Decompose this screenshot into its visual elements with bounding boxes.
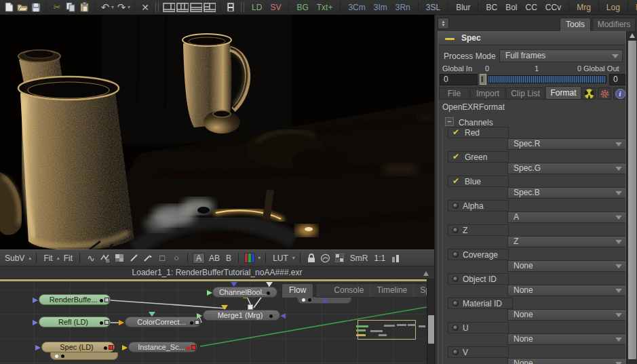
- new-file-icon[interactable]: [3, 1, 15, 14]
- channel-checkbox-materialid[interactable]: Material ID: [448, 298, 513, 309]
- node-output-icon[interactable]: [195, 320, 199, 325]
- node-channelbool[interactable]: ChannelBool...: [212, 287, 277, 298]
- tool-header[interactable]: Spec: [438, 32, 625, 45]
- undo-icon[interactable]: ↶: [99, 1, 111, 14]
- roi-fan-icon[interactable]: [320, 252, 332, 264]
- node-bg-input-icon[interactable]: [197, 313, 202, 319]
- node-input-icon[interactable]: [122, 345, 128, 350]
- global-in-input[interactable]: 0: [440, 74, 478, 85]
- process-mode-select[interactable]: Full frames: [499, 49, 623, 62]
- channel-select-v[interactable]: None: [507, 358, 626, 364]
- node-input-icon[interactable]: [207, 290, 212, 296]
- tool-button-blur[interactable]: Blur: [452, 3, 474, 12]
- node-effect-mask-icon[interactable]: [248, 304, 253, 310]
- channel-checkbox-u[interactable]: U: [448, 322, 509, 333]
- global-out-input[interactable]: 0: [609, 74, 625, 85]
- channel-select-materialid[interactable]: None: [507, 309, 626, 321]
- tool-button-3rn[interactable]: 3Rn: [392, 3, 414, 12]
- channel-select-green[interactable]: Spec.G: [507, 163, 626, 174]
- tool-button-ld[interactable]: LD: [248, 3, 265, 12]
- panel-scrollbar-thumb[interactable]: [628, 41, 636, 359]
- checker-underlay-icon[interactable]: [334, 252, 346, 264]
- channel-checkbox-alpha[interactable]: Alpha: [448, 200, 509, 211]
- flow-navigator[interactable]: [358, 320, 416, 340]
- node-partial[interactable]: [297, 297, 351, 304]
- collapse-minus-icon[interactable]: −: [445, 117, 454, 126]
- tool-button-txt[interactable]: Txt+: [313, 3, 336, 12]
- channel-select-blue[interactable]: Spec.B: [507, 187, 626, 199]
- tab-modifiers[interactable]: Modifiers: [592, 18, 636, 31]
- bin-icon[interactable]: [225, 1, 237, 14]
- channel-select-objectid[interactable]: None: [507, 285, 626, 296]
- node-input-icon[interactable]: [33, 320, 38, 325]
- buffer-ab-button[interactable]: AB: [207, 254, 222, 263]
- tab-spline[interactable]: Spline: [414, 284, 427, 297]
- node-fg-input-icon[interactable]: [221, 305, 228, 310]
- tab-format[interactable]: Format: [545, 86, 581, 100]
- save-icon[interactable]: [30, 1, 42, 14]
- channel-select-red[interactable]: Spec.R: [507, 138, 626, 150]
- redo-dropdown-icon[interactable]: ▾: [128, 4, 130, 10]
- one-to-one-button[interactable]: 1:1: [372, 254, 388, 263]
- node-output-icon[interactable]: [104, 320, 109, 325]
- subview-arrow-icon[interactable]: ▴: [28, 255, 31, 261]
- tool-button-bg[interactable]: BG: [293, 3, 311, 12]
- redo-icon[interactable]: ↷: [115, 1, 128, 14]
- tab-import[interactable]: Import: [470, 87, 505, 100]
- channel-checkbox-v[interactable]: V: [448, 346, 509, 358]
- range-slider-track[interactable]: [488, 75, 606, 83]
- delete-icon[interactable]: ✕: [139, 1, 151, 14]
- tool-button-3cm[interactable]: 3Cm: [345, 3, 368, 12]
- tab-cliplist[interactable]: Clip List: [506, 87, 545, 100]
- paste-icon[interactable]: [78, 1, 90, 14]
- node-mask-input-icon[interactable]: [280, 313, 286, 319]
- tool-button-bmp[interactable]: Bmp: [632, 3, 637, 12]
- tool-button-3im[interactable]: 3Im: [370, 3, 391, 12]
- tab-timeline[interactable]: Timeline: [370, 284, 414, 297]
- panel-spinner[interactable]: ▲▼: [438, 18, 449, 29]
- tool-button-sv[interactable]: SV: [267, 3, 284, 12]
- node-input-icon[interactable]: [33, 298, 38, 303]
- fit-button-2[interactable]: Fit: [62, 254, 75, 263]
- rectangle-tool-icon[interactable]: □: [156, 252, 168, 264]
- channel-checkbox-coverage[interactable]: Coverage: [448, 249, 509, 260]
- node-spec[interactable]: Spec (LD): [41, 342, 115, 352]
- lut-dropdown-icon[interactable]: ▾: [292, 255, 295, 261]
- node-refl[interactable]: Refl (LD): [39, 317, 111, 327]
- flow-editor[interactable]: ChannelBool... RenderBuffe... Refl (LD) …: [0, 279, 427, 364]
- tab-console[interactable]: Console: [316, 284, 370, 297]
- channel-checkbox-objectid[interactable]: Object ID: [448, 273, 509, 285]
- fit-button[interactable]: Fit: [41, 254, 54, 263]
- copy-icon[interactable]: [64, 1, 77, 14]
- node-render-flag-icon[interactable]: [191, 345, 196, 350]
- node-instance[interactable]: Instance_Sc...: [128, 342, 197, 352]
- spline-view-icon[interactable]: ∿: [85, 252, 97, 264]
- node-colorcorrect[interactable]: ColorCorrect...: [125, 317, 201, 327]
- channel-checkbox-red[interactable]: Red: [448, 127, 509, 138]
- undo-dropdown-icon[interactable]: ▾: [111, 4, 114, 10]
- channel-select-coverage[interactable]: None: [507, 260, 626, 272]
- radioactive-icon[interactable]: [582, 87, 596, 100]
- panel-scrollbar[interactable]: [626, 31, 637, 364]
- buffer-b-button[interactable]: B: [224, 254, 233, 263]
- layout-1-icon[interactable]: [163, 1, 175, 14]
- lock-icon[interactable]: [305, 252, 317, 264]
- channel-select-z[interactable]: Z: [507, 236, 626, 247]
- channel-checkbox-z[interactable]: Z: [448, 224, 509, 236]
- tool-button-3sl[interactable]: 3SL: [423, 3, 444, 12]
- tool-button-ccv[interactable]: CCv: [542, 3, 564, 12]
- node-mask-input-icon[interactable]: [149, 312, 155, 317]
- node-merge1[interactable]: Merge1 (Mrg): [203, 310, 280, 321]
- tool-button-bol[interactable]: Bol: [502, 3, 520, 12]
- tab-file[interactable]: File: [439, 87, 469, 100]
- node-input-icon[interactable]: [35, 345, 41, 350]
- channel-checkbox-green[interactable]: Green: [448, 151, 509, 163]
- node-output-icon[interactable]: [104, 298, 109, 302]
- render-viewport[interactable]: [0, 15, 434, 249]
- scroll-up-icon[interactable]: [630, 33, 635, 38]
- tool-button-cc[interactable]: CC: [522, 3, 541, 12]
- range-slider-handle[interactable]: ▌: [480, 74, 486, 85]
- node-spec-sub[interactable]: [50, 352, 118, 360]
- info-icon[interactable]: i: [613, 87, 626, 100]
- spin-down-icon[interactable]: ▼: [442, 24, 446, 27]
